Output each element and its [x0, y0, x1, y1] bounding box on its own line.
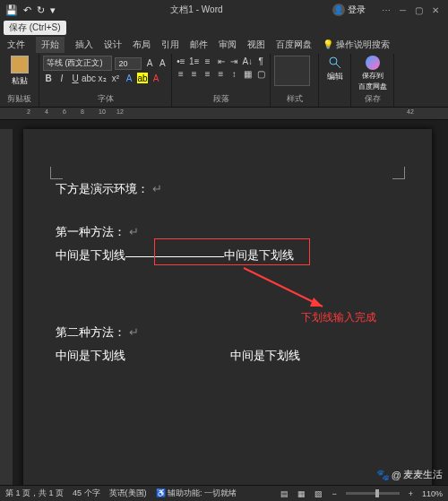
login-button[interactable]: 👤 登录 [332, 4, 366, 16]
view-read-icon[interactable]: ▤ [280, 489, 289, 498]
styles-gallery[interactable] [274, 56, 310, 86]
align-right-icon[interactable]: ≡ [202, 68, 213, 79]
highlight-icon[interactable]: ab [137, 73, 148, 83]
redo-icon[interactable]: ↻ [37, 4, 45, 16]
callout-box [154, 238, 310, 265]
view-print-icon[interactable]: ▦ [297, 489, 306, 498]
tab-file[interactable]: 文件 [7, 39, 25, 51]
tab-tell-me[interactable]: 💡 操作说明搜索 [323, 39, 390, 51]
margin-corner-icon [392, 167, 405, 179]
clipboard-icon [11, 56, 29, 73]
status-words[interactable]: 45 个字 [73, 488, 100, 499]
user-avatar-icon: 👤 [332, 4, 345, 16]
tab-mailings[interactable]: 邮件 [190, 39, 208, 51]
group-paragraph: •≡ 1≡ ≡ ⇤ ⇥ A↓ ¶ ≡ ≡ ≡ ≡ ↕ ▦ ▢ 段落 [172, 54, 271, 107]
strike-button[interactable]: abc [83, 73, 94, 83]
save-to-baidu-button[interactable]: 保存到 百度网盘 [355, 56, 390, 91]
image-watermark: 🐾 @麦麦生活 [376, 468, 443, 481]
tab-layout[interactable]: 布局 [133, 39, 151, 51]
margin-corner-icon [50, 167, 63, 179]
svg-line-1 [336, 64, 340, 68]
borders-icon[interactable]: ▢ [255, 68, 266, 79]
grow-font-icon[interactable]: A [144, 58, 154, 69]
group-styles: 样式 [271, 54, 319, 107]
svg-marker-3 [310, 298, 323, 307]
editing-button[interactable]: 编辑 [323, 56, 347, 82]
maximize-button[interactable]: ▢ [415, 5, 423, 15]
tab-review[interactable]: 审阅 [219, 39, 237, 51]
font-size-select[interactable]: 20 [115, 57, 142, 70]
line-spacing-icon[interactable]: ↕ [228, 68, 239, 79]
magnifier-icon [328, 56, 342, 70]
vertical-ruler[interactable] [0, 129, 13, 485]
indent-right-icon[interactable]: ⇥ [228, 56, 239, 66]
zoom-level[interactable]: 110% [422, 489, 443, 498]
zoom-out-button[interactable]: − [332, 489, 336, 498]
superscript-button[interactable]: x² [110, 73, 121, 83]
view-web-icon[interactable]: ▨ [314, 489, 323, 498]
text-effects-icon[interactable]: A [124, 73, 134, 83]
status-page[interactable]: 第 1 页，共 1 页 [5, 488, 64, 499]
group-baidu: 保存到 百度网盘 保存 [351, 54, 394, 107]
svg-point-0 [330, 57, 337, 65]
text-line: 第一种方法： [56, 225, 125, 238]
shrink-font-icon[interactable]: A [158, 58, 168, 69]
group-clipboard: 粘贴 剪贴板 [0, 54, 39, 107]
tab-references[interactable]: 引用 [161, 39, 179, 51]
zoom-in-button[interactable]: + [409, 489, 413, 498]
status-bar: 第 1 页，共 1 页 45 个字 英语(美国) ♿ 辅助功能: 一切就绪 ▤ … [0, 485, 448, 501]
align-center-icon[interactable]: ≡ [189, 68, 200, 79]
show-marks-icon[interactable]: ¶ [255, 56, 266, 66]
text-line: 下方是演示环境： [56, 182, 149, 195]
tab-baidu[interactable]: 百度网盘 [276, 39, 312, 51]
tab-view[interactable]: 视图 [247, 39, 265, 51]
zoom-slider[interactable] [346, 492, 400, 495]
ribbon-options-icon[interactable]: ⋯ [382, 5, 391, 15]
tab-home[interactable]: 开始 [36, 37, 65, 53]
text-segment: 中间是下划线 [230, 349, 300, 362]
bold-button[interactable]: B [43, 73, 54, 83]
undo-icon[interactable]: ↶ [23, 4, 31, 16]
document-page[interactable]: 下方是演示环境： ↵ 第一种方法： ↵ 中间是下划线中间是下划线 第二种方法： … [23, 129, 432, 485]
save-tooltip: 保存 (Ctrl+S) [0, 20, 448, 36]
callout-text: 下划线输入完成 [301, 307, 376, 328]
shading-icon[interactable]: ▦ [242, 68, 253, 79]
group-font: 等线 (西文正文) 20 A A B I U abc x₂ x² A ab A … [39, 54, 172, 107]
minimize-button[interactable]: ─ [400, 5, 406, 15]
ribbon: 粘贴 剪贴板 等线 (西文正文) 20 A A B I U abc x₂ x² … [0, 54, 448, 108]
ribbon-tabs: 文件 开始 插入 设计 布局 引用 邮件 审阅 视图 百度网盘 💡 操作说明搜索 [0, 36, 448, 54]
status-language[interactable]: 英语(美国) [109, 488, 147, 499]
text-segment: 中间是下划线 [56, 248, 125, 262]
indent-left-icon[interactable]: ⇤ [216, 56, 227, 66]
titlebar: 💾 ↶ ↻ ▾ 文档1 - Word 👤 登录 ⋯ ─ ▢ ✕ [0, 0, 448, 20]
status-accessibility[interactable]: ♿ 辅助功能: 一切就绪 [156, 488, 237, 499]
save-icon[interactable]: 💾 [5, 4, 18, 16]
font-color-icon[interactable]: A [151, 73, 161, 83]
qat-dropdown-icon[interactable]: ▾ [50, 4, 56, 16]
sort-icon[interactable]: A↓ [242, 56, 253, 66]
subscript-button[interactable]: x₂ [97, 73, 108, 83]
underline-button[interactable]: U [70, 73, 81, 83]
italic-button[interactable]: I [56, 73, 67, 83]
tab-design[interactable]: 设计 [104, 39, 122, 51]
align-left-icon[interactable]: ≡ [176, 68, 186, 79]
text-segment: 中间是下划线 [56, 349, 125, 362]
svg-line-2 [244, 268, 323, 307]
bullets-icon[interactable]: •≡ [176, 56, 186, 66]
justify-icon[interactable]: ≡ [216, 68, 227, 79]
document-canvas: 下方是演示环境： ↵ 第一种方法： ↵ 中间是下划线中间是下划线 第二种方法： … [0, 120, 448, 485]
paste-button[interactable]: 粘贴 [4, 56, 35, 87]
text-line: 第二种方法： [56, 325, 125, 339]
multilevel-icon[interactable]: ≡ [202, 56, 213, 66]
numbering-icon[interactable]: 1≡ [189, 56, 200, 66]
group-editing: 编辑 [319, 54, 351, 107]
window-title: 文档1 - Word [61, 4, 332, 16]
baidu-cloud-icon [366, 56, 380, 70]
quick-access-toolbar: 💾 ↶ ↻ ▾ [0, 4, 61, 16]
tab-insert[interactable]: 插入 [75, 39, 93, 51]
font-name-select[interactable]: 等线 (西文正文) [43, 56, 112, 71]
close-button[interactable]: ✕ [432, 5, 439, 15]
paw-icon: 🐾 [376, 469, 390, 481]
horizontal-ruler[interactable]: 2 4 6 8 10 12 42 [0, 108, 448, 120]
